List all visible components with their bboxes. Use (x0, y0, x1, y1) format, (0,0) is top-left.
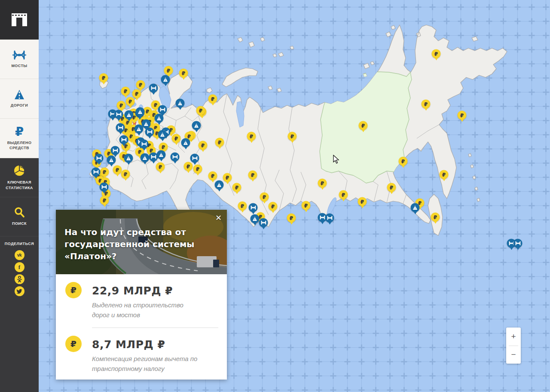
zoom-out-button[interactable]: − (506, 346, 521, 364)
map-pin-funds[interactable]: ₽ (458, 111, 467, 120)
map-pin-funds[interactable]: ₽ (431, 213, 440, 222)
stat-row-construction: ₽ 22,9 МЛРД ₽ Выделено на строительство … (56, 274, 227, 320)
map-pin-funds[interactable]: ₽ (318, 179, 327, 188)
map-pin-road[interactable] (411, 203, 420, 212)
map-pin-bridge[interactable] (149, 84, 158, 93)
map-pin-bridge[interactable] (158, 105, 167, 114)
map-pin-funds[interactable]: ₽ (288, 132, 297, 141)
map-pin-road[interactable] (251, 214, 260, 224)
share-facebook-button[interactable]: f (15, 262, 24, 272)
map-pin-funds[interactable]: ₽ (358, 197, 367, 206)
map-pin-funds[interactable]: ₽ (136, 80, 145, 89)
map-pin-funds[interactable]: ₽ (215, 138, 224, 147)
map-pin-funds[interactable]: ₽ (260, 193, 269, 202)
road-pin-icon (217, 183, 222, 187)
map-pin-road[interactable] (158, 130, 167, 139)
sidebar-item-roads[interactable]: ДОРОГИ (0, 79, 39, 119)
map-pin-road[interactable] (181, 138, 190, 147)
map-pin-road[interactable] (161, 75, 170, 84)
sidebar-item-label: ВЫДЕЛЕНО СРЕДСТВ (6, 140, 33, 150)
map-pin-funds[interactable]: ₽ (208, 172, 217, 181)
sidebar-nav-light: МОСТЫ ДОРОГИ ₽ ВЫДЕЛЕНО СРЕДСТВ (0, 40, 39, 158)
map-pin-bridge[interactable] (100, 183, 109, 192)
map-pin-road[interactable] (176, 99, 185, 108)
map-pin-funds[interactable]: ₽ (269, 202, 278, 211)
map-pin-road[interactable] (157, 150, 166, 159)
close-icon[interactable]: ✕ (215, 213, 222, 223)
map-pin-funds[interactable]: ₽ (247, 132, 256, 141)
map-pin-funds[interactable]: ₽ (208, 95, 217, 104)
map-pin-bridge[interactable] (513, 239, 522, 248)
map-pin-road[interactable] (192, 121, 201, 130)
bridge-pin-icon (96, 156, 102, 161)
platon-logo[interactable] (0, 0, 39, 40)
sidebar-item-funds[interactable]: ₽ ВЫДЕЛЕНО СРЕДСТВ (0, 119, 39, 158)
map-pin-funds[interactable]: ₽ (223, 173, 232, 182)
map-pin-funds[interactable]: ₽ (172, 134, 181, 143)
map-pin-funds[interactable]: ₽ (179, 69, 188, 78)
mouse-cursor (333, 155, 340, 164)
map-pin-bridge[interactable] (119, 135, 128, 144)
map-pin-funds[interactable]: ₽ (126, 97, 135, 106)
map-pin-funds[interactable]: ₽ (440, 170, 449, 179)
ruble-circle-icon: ₽ (65, 282, 82, 298)
map-pin-funds[interactable]: ₽ (99, 74, 108, 83)
ruble-icon: ₽ (15, 126, 24, 137)
ruble-circle-icon: ₽ (65, 336, 82, 352)
map-pin-bridge[interactable] (249, 203, 258, 212)
map-pin-funds[interactable]: ₽ (248, 171, 257, 180)
map-pin-funds[interactable]: ₽ (196, 106, 205, 115)
map-pin-funds[interactable]: ₽ (121, 87, 130, 96)
map-pin-bridge[interactable] (190, 154, 199, 163)
map-pin-road[interactable] (215, 181, 224, 190)
map-pin-bridge[interactable] (259, 218, 268, 227)
bridge-pin-icon (121, 138, 127, 142)
map-pin-funds[interactable]: ₽ (121, 170, 130, 179)
map-pin-funds[interactable]: ₽ (422, 100, 431, 109)
map-pin-funds[interactable]: ₽ (359, 121, 368, 130)
map-pin-funds[interactable]: ₽ (232, 183, 241, 192)
road-pin-icon (160, 132, 165, 137)
map-pin-bridge[interactable] (95, 154, 104, 163)
sidebar-item-key-stats[interactable]: КЛЮЧЕВАЯ СТАТИСТИКА (0, 158, 39, 197)
map-pin-funds[interactable]: ₽ (432, 49, 441, 58)
map-pin-funds[interactable]: ₽ (100, 168, 109, 177)
map-pin-road[interactable] (141, 153, 150, 162)
map-pin-funds[interactable]: ₽ (302, 201, 311, 210)
map-pin-funds[interactable]: ₽ (387, 183, 396, 192)
map-pin-bridge[interactable] (92, 168, 101, 177)
bridge-pin-icon (319, 215, 325, 220)
map-pin-road[interactable] (107, 156, 116, 165)
map-pin-funds[interactable]: ₽ (339, 190, 348, 199)
map-pin-funds[interactable]: ₽ (156, 162, 165, 172)
map-pin-bridge[interactable] (140, 140, 149, 149)
map-pin-road[interactable] (155, 114, 164, 123)
map-pin-road[interactable] (125, 110, 134, 119)
map-pin-funds[interactable]: ₽ (184, 162, 193, 171)
map-pin-road[interactable] (124, 154, 133, 163)
bridge-pin-icon (515, 241, 521, 246)
map-pin-road[interactable] (136, 107, 145, 116)
sidebar-item-bridges[interactable]: МОСТЫ (0, 40, 39, 79)
sidebar-item-search[interactable]: ПОИСК (0, 197, 39, 236)
map-pin-funds[interactable]: ₽ (117, 101, 126, 110)
share-odnoklassniki-button[interactable] (15, 274, 24, 284)
share-twitter-button[interactable] (15, 286, 24, 296)
map-pin-funds[interactable]: ₽ (132, 89, 141, 98)
zoom-in-button[interactable]: + (506, 328, 521, 346)
share-vk-button[interactable]: vk (15, 250, 24, 260)
map-pin-funds[interactable]: ₽ (399, 157, 408, 166)
road-pin-icon (136, 127, 142, 132)
map-pin-road[interactable] (134, 125, 144, 134)
map-pin-bridge[interactable] (325, 214, 334, 223)
map-pin-funds[interactable]: ₽ (164, 66, 173, 75)
map-pin-funds[interactable]: ₽ (100, 196, 109, 205)
map-pin-funds[interactable]: ₽ (238, 202, 247, 211)
map-pin-funds[interactable]: ₽ (113, 165, 122, 175)
map-pin-bridge[interactable] (111, 146, 120, 155)
map-pin-funds[interactable]: ₽ (199, 141, 208, 150)
map-pin-bridge[interactable] (171, 153, 180, 162)
map-pin-bridge[interactable] (116, 123, 125, 132)
map-pin-bridge[interactable] (114, 110, 123, 119)
map-pin-funds[interactable]: ₽ (287, 214, 296, 223)
